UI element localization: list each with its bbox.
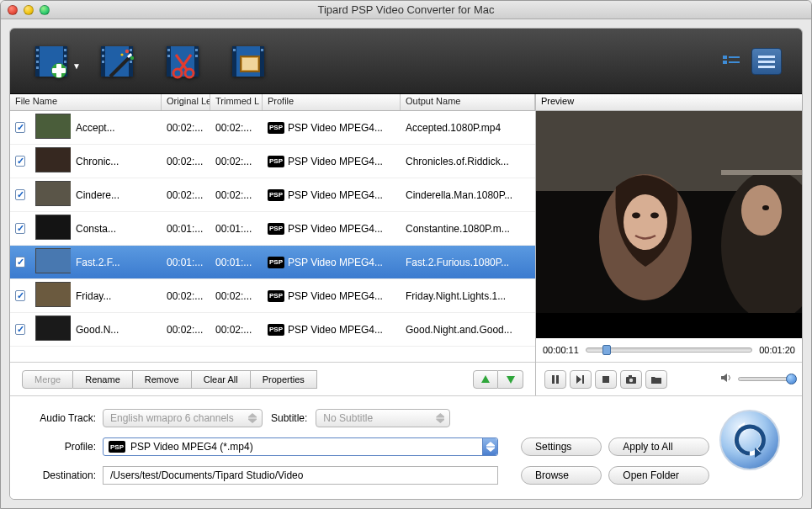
step-forward-button[interactable] [570,370,592,389]
main-toolbar: ▼ [10,29,802,94]
svg-rect-22 [130,61,132,63]
volume-slider[interactable] [738,377,793,381]
table-row[interactable]: ✓Cindere...00:02:...00:02:...PSPPSP Vide… [10,178,535,212]
svg-rect-42 [233,49,236,51]
convert-button[interactable] [719,410,780,470]
preview-label: Preview [536,94,802,111]
row-checkbox[interactable]: ✓ [15,324,25,335]
psp-icon: PSP [268,223,284,235]
snapshot-folder-button[interactable] [645,370,667,389]
row-filename: Friday... [71,290,162,302]
pause-button[interactable] [544,370,566,389]
destination-input[interactable] [103,466,498,485]
clear-all-button[interactable]: Clear All [192,370,251,389]
svg-rect-49 [729,61,740,63]
svg-point-26 [130,56,134,59]
svg-point-61 [650,213,659,219]
move-up-button[interactable] [473,370,498,389]
col-profile[interactable]: Profile [263,94,401,110]
trim-button[interactable] [162,39,204,84]
psp-icon: PSP [268,324,284,336]
detail-view-button[interactable] [751,48,782,75]
col-filename[interactable]: File Name [10,94,162,110]
svg-rect-18 [102,55,104,57]
row-filename: Accept... [71,122,162,134]
subtitle-select[interactable]: No Subtitle [316,409,450,427]
effect-button[interactable] [96,39,138,84]
row-thumbnail [35,114,71,139]
row-checkbox[interactable]: ✓ [15,257,25,268]
open-folder-button[interactable]: Open Folder [608,466,709,485]
crop-button[interactable] [227,39,269,84]
row-trimmed-length: 00:02:... [210,324,263,336]
psp-icon: PSP [268,189,284,201]
preview-time-current: 00:00:11 [543,345,579,355]
svg-rect-70 [602,376,609,383]
merge-button[interactable]: Merge [22,370,73,389]
settings-button[interactable]: Settings [521,437,602,456]
svg-rect-4 [36,55,39,57]
stop-button[interactable] [595,370,617,389]
row-thumbnail [35,248,71,273]
row-profile: PSPPSP Video MPEG4... [263,189,401,201]
svg-marker-68 [576,375,581,384]
properties-button[interactable]: Properties [251,370,317,389]
row-original-length: 00:01:... [162,257,210,268]
table-row[interactable]: ✓Accept...00:02:...00:02:...PSPPSP Video… [10,111,535,145]
col-trimmed-length[interactable]: Trimmed L [210,94,263,110]
svg-rect-32 [167,55,170,57]
svg-rect-8 [64,55,66,57]
psp-icon: PSP [268,257,284,268]
psp-icon: PSP [268,156,284,167]
row-output-name: Cinderella.Man.1080P... [401,189,535,201]
svg-point-72 [629,378,633,381]
svg-rect-69 [582,375,584,384]
move-down-button[interactable] [498,370,523,389]
row-output-name: Fast.2.Furious.1080P... [401,257,535,268]
table-row[interactable]: ✓Fast.2.F...00:01:...00:01:...PSPPSP Vid… [10,246,535,279]
row-checkbox[interactable]: ✓ [15,223,25,234]
row-checkbox[interactable]: ✓ [15,122,25,133]
row-checkbox[interactable]: ✓ [15,290,25,301]
row-checkbox[interactable]: ✓ [15,189,25,200]
svg-marker-54 [507,376,515,384]
row-output-name: Good.Night.and.Good... [401,324,535,336]
row-thumbnail [35,147,71,172]
row-checkbox[interactable]: ✓ [15,156,25,167]
table-row[interactable]: ✓Friday...00:02:...00:02:...PSPPSP Video… [10,279,535,313]
svg-rect-5 [36,61,39,63]
profile-select[interactable]: PSP PSP Video MPEG4 (*.mp4) [103,437,498,456]
remove-button[interactable]: Remove [133,370,192,389]
svg-rect-31 [167,49,170,51]
audio-track-select[interactable]: English wmapro 6 channels [103,409,263,427]
seek-slider[interactable] [586,347,752,353]
row-trimmed-length: 00:02:... [210,290,263,302]
col-output-name[interactable]: Output Name [401,94,535,110]
svg-rect-52 [758,66,775,68]
audio-track-label: Audio Track: [22,412,96,424]
svg-point-64 [762,205,769,210]
svg-point-60 [632,213,640,219]
table-row[interactable]: ✓Good.N...00:02:...00:02:...PSPPSP Video… [10,313,535,347]
snapshot-button[interactable] [620,370,642,389]
add-file-button[interactable]: ▼ [30,39,72,84]
psp-icon: PSP [268,290,284,302]
volume-icon [721,373,733,385]
titlebar: Tipard PSP Video Converter for Mac [1,1,811,19]
apply-to-all-button[interactable]: Apply to All [608,437,709,456]
table-row[interactable]: ✓Chronic...00:02:...00:02:...PSPPSP Vide… [10,145,535,178]
row-profile: PSPPSP Video MPEG4... [263,290,401,302]
svg-rect-17 [102,49,104,51]
rename-button[interactable]: Rename [73,370,133,389]
browse-button[interactable]: Browse [521,466,602,485]
row-trimmed-length: 00:02:... [210,122,263,134]
svg-rect-33 [195,49,198,51]
col-original-length[interactable]: Original Le [162,94,210,110]
list-view-button[interactable] [716,48,746,75]
table-row[interactable]: ✓Consta...00:01:...00:01:...PSPPSP Video… [10,212,535,246]
row-output-name: Accepted.1080P.mp4 [401,122,535,134]
preview-video[interactable] [536,111,802,338]
svg-rect-3 [36,49,39,51]
psp-icon: PSP [268,122,284,134]
svg-rect-46 [723,56,727,59]
